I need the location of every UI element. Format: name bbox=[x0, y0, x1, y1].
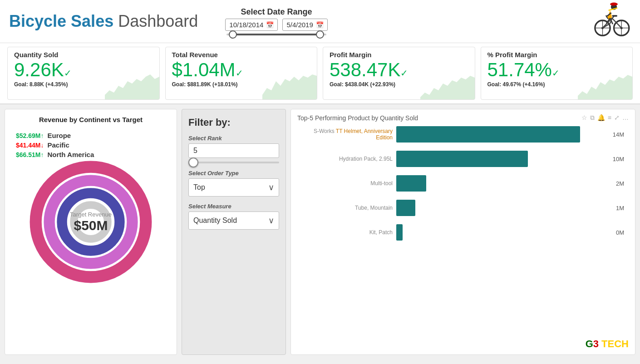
kpi-title-2: Profit Margin bbox=[330, 51, 468, 59]
bar-label-4: Kit, Patch bbox=[302, 229, 393, 236]
slider-thumb-right[interactable] bbox=[316, 30, 324, 39]
bar-row: S-Works TT Helmet, Anniversary Edition 1… bbox=[302, 126, 624, 143]
svg-rect-22 bbox=[612, 3, 616, 5]
dashboard-title: Bicycle Sales Dashboard bbox=[9, 12, 198, 31]
kpi-card-0: Quantity Sold 9.26K✓ Goal: 8.88K (+4.35%… bbox=[7, 47, 160, 100]
date-end-input[interactable]: 5/4/2019 📅 bbox=[282, 19, 327, 31]
bar-label-2: Multi-tool bbox=[302, 180, 393, 187]
bar-fill-1 bbox=[396, 151, 528, 167]
copy-icon[interactable]: ⧉ bbox=[590, 114, 595, 122]
order-type-section: Select Order Type Top ∨ bbox=[188, 170, 279, 197]
expand-icon[interactable]: ⤢ bbox=[614, 114, 620, 122]
bar-row: Multi-tool 2M bbox=[302, 175, 624, 192]
calendar-start-icon: 📅 bbox=[266, 21, 274, 29]
bicycle-icon bbox=[586, 2, 631, 39]
kpi-row: Quantity Sold 9.26K✓ Goal: 8.88K (+4.35%… bbox=[0, 43, 640, 104]
kpi-sparkline-2 bbox=[420, 72, 475, 99]
title-dashboard: Dashboard bbox=[113, 12, 198, 30]
date-range-label: Select Date Range bbox=[241, 7, 312, 17]
bar-value-0: 14M bbox=[613, 131, 624, 138]
watermark-tech: TECH bbox=[599, 338, 629, 349]
measure-chevron: ∨ bbox=[268, 216, 274, 226]
svg-rect-20 bbox=[612, 15, 617, 16]
measure-label: Select Measure bbox=[188, 203, 279, 210]
bar-container-3 bbox=[396, 200, 609, 216]
bar-chart-panel: Top-5 Performing Product by Quantity Sol… bbox=[290, 109, 635, 355]
kpi-sparkline-1 bbox=[262, 72, 317, 99]
bar-fill-2 bbox=[396, 175, 426, 192]
donut-chart: Target Revenue $50M bbox=[27, 158, 154, 285]
kpi-check-1: ✓ bbox=[236, 68, 243, 78]
legend-europe-label: Europe bbox=[47, 132, 71, 139]
filter-title: Filter by: bbox=[188, 117, 279, 128]
order-type-chevron: ∨ bbox=[268, 182, 274, 192]
kpi-check-3: ✓ bbox=[552, 68, 560, 78]
legend-europe-value: $52.69M↑ bbox=[16, 132, 44, 139]
bar-fill-0 bbox=[396, 126, 580, 143]
kpi-title-0: Quantity Sold bbox=[14, 51, 153, 59]
date-start-input[interactable]: 10/18/2014 📅 bbox=[225, 19, 278, 31]
bar-label-3: Tube, Mountain bbox=[302, 205, 393, 211]
date-range-slider[interactable] bbox=[226, 34, 326, 35]
rank-input[interactable] bbox=[188, 143, 279, 158]
date-end-value: 5/4/2019 bbox=[286, 21, 313, 29]
order-type-dropdown[interactable]: Top ∨ bbox=[188, 178, 279, 197]
bar-value-4: 0M bbox=[616, 229, 624, 236]
bar-row: Kit, Patch 0M bbox=[302, 224, 624, 241]
legend-europe: $52.69M↑ Europe bbox=[16, 132, 170, 139]
bar-chart-title: Top-5 Performing Product by Quantity Sol… bbox=[297, 114, 418, 122]
kpi-card-2: Profit Margin 538.47K✓ Goal: $438.04K (+… bbox=[323, 47, 475, 100]
panel-toolbar: ☆ ⧉ 🔔 ≡ ⤢ … bbox=[581, 114, 629, 122]
date-inputs: 10/18/2014 📅 5/4/2019 📅 bbox=[225, 19, 327, 31]
rank-slider-thumb[interactable] bbox=[188, 157, 198, 167]
date-range-section: Select Date Range 10/18/2014 📅 5/4/2019 … bbox=[225, 7, 327, 35]
filter-icon[interactable]: ≡ bbox=[608, 114, 611, 122]
more-icon[interactable]: … bbox=[622, 114, 629, 122]
kpi-card-3: % Profit Margin 51.74%✓ Goal: 49.67% (+4… bbox=[481, 47, 633, 100]
donut-legend: $52.69M↑ Europe $41.44M↓ Pacific $66.51M… bbox=[11, 132, 170, 158]
rank-slider[interactable] bbox=[188, 162, 279, 163]
filter-panel: Filter by: Select Rank Select Order Type… bbox=[182, 109, 286, 355]
legend-na-label: North America bbox=[47, 151, 94, 158]
bar-container-2 bbox=[396, 175, 609, 192]
legend-na: $66.51M↑ North America bbox=[16, 151, 170, 158]
kpi-sparkline-0 bbox=[105, 72, 159, 99]
slider-thumb-left[interactable] bbox=[229, 30, 237, 39]
legend-pacific: $41.44M↓ Pacific bbox=[16, 141, 170, 149]
order-type-label: Select Order Type bbox=[188, 170, 279, 177]
pin-icon[interactable]: ☆ bbox=[581, 114, 587, 122]
watermark: G3 TECH bbox=[586, 338, 629, 350]
measure-section: Select Measure Quantity Sold ∨ bbox=[188, 203, 279, 230]
rank-section: Select Rank bbox=[188, 135, 279, 163]
measure-dropdown[interactable]: Quantity Sold ∨ bbox=[188, 212, 279, 230]
legend-pacific-label: Pacific bbox=[47, 141, 69, 149]
title-bicycle: Bicycle Sales bbox=[9, 12, 113, 30]
bar-container-4 bbox=[396, 224, 609, 241]
donut-center: Target Revenue $50M bbox=[70, 211, 112, 233]
kpi-title-3: % Profit Margin bbox=[487, 51, 626, 59]
watermark-g: G bbox=[586, 338, 593, 349]
main-content: Revenue by Continent vs Target $52.69M↑ … bbox=[0, 104, 640, 359]
bar-value-2: 2M bbox=[616, 180, 624, 187]
bar-row: Hydration Pack, 2.95L 10M bbox=[302, 151, 624, 167]
bar-value-3: 1M bbox=[616, 205, 624, 212]
kpi-title-1: Total Revenue bbox=[172, 51, 311, 59]
kpi-check-2: ✓ bbox=[400, 68, 408, 78]
slider-range-fill bbox=[233, 34, 320, 35]
header: Bicycle Sales Dashboard Select Date Rang… bbox=[0, 0, 640, 43]
bar-fill-3 bbox=[396, 200, 415, 216]
legend-na-value: $66.51M↑ bbox=[16, 151, 44, 158]
legend-pacific-value: $41.44M↓ bbox=[16, 142, 44, 149]
kpi-check-0: ✓ bbox=[64, 68, 72, 78]
svg-line-19 bbox=[612, 17, 614, 18]
rank-label: Select Rank bbox=[188, 135, 279, 142]
date-start-value: 10/18/2014 bbox=[229, 21, 263, 29]
calendar-end-icon: 📅 bbox=[316, 21, 324, 29]
watermark-3: 3 bbox=[593, 338, 599, 349]
kpi-card-1: Total Revenue $1.04M✓ Goal: $881.89K (+1… bbox=[165, 47, 318, 100]
bar-container-0 bbox=[396, 126, 606, 143]
bar-value-1: 10M bbox=[613, 156, 624, 162]
donut-center-value: $50M bbox=[70, 218, 112, 233]
bell-icon[interactable]: 🔔 bbox=[597, 114, 605, 122]
donut-center-label: Target Revenue bbox=[70, 211, 112, 218]
